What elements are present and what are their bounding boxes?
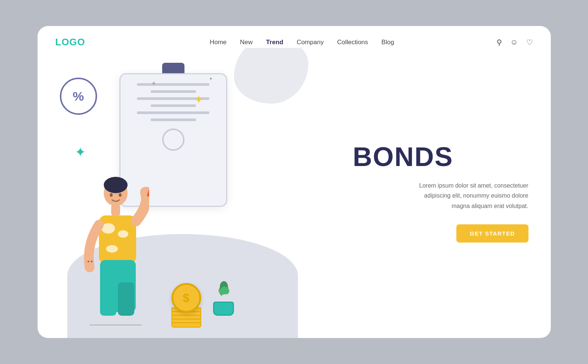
nav-trend[interactable]: Trend	[266, 39, 283, 46]
hero-title: BONDS	[353, 143, 528, 170]
sparkle-small-1-icon: ✦	[151, 79, 157, 88]
person-illustration: ✦✦	[67, 171, 149, 331]
search-icon[interactable]: ⚲	[497, 38, 502, 47]
svg-rect-10	[100, 282, 116, 316]
nav-collections[interactable]: Collections	[337, 39, 368, 46]
hero-content: BONDS Lorem ipsum dolor sit amet, consec…	[346, 48, 551, 338]
sparkle-teal-icon: ✦	[75, 144, 86, 160]
user-icon[interactable]: ☺	[510, 38, 518, 46]
doc-line-1	[137, 83, 209, 86]
main-card: LOGO Home New Trend Company Collections …	[38, 26, 551, 338]
svg-rect-11	[118, 282, 134, 316]
hero-description: Lorem ipsum dolor sit amet, consectetuer…	[417, 181, 528, 211]
coin-stack: $	[171, 283, 201, 328]
dollar-coin: $	[171, 283, 201, 313]
svg-text:✦✦: ✦✦	[87, 259, 93, 264]
coin-slice-5	[171, 322, 201, 328]
svg-rect-6	[111, 204, 120, 216]
header-actions: ⚲ ☺ ♡	[497, 38, 533, 47]
monitor-stand	[162, 63, 184, 73]
illustration-area: % ✦ ✦ ✦ ✦	[38, 48, 346, 338]
plant-decoration	[212, 281, 235, 316]
sparkle-gold-icon: ✦	[194, 92, 204, 107]
navigation: Home New Trend Company Collections Blog	[107, 39, 497, 46]
nav-new[interactable]: New	[240, 39, 253, 46]
get-started-button[interactable]: GET STARTED	[456, 224, 528, 243]
doc-line-2	[151, 90, 196, 93]
svg-rect-2	[99, 215, 136, 264]
doc-line-4	[151, 104, 196, 107]
heart-icon[interactable]: ♡	[526, 38, 533, 47]
doc-line-6	[151, 118, 196, 121]
svg-point-4	[118, 230, 128, 238]
doc-line-5	[137, 111, 209, 114]
nav-company[interactable]: Company	[297, 39, 324, 46]
percent-icon: %	[60, 78, 97, 115]
svg-point-12	[110, 193, 113, 197]
plant-leaves	[212, 281, 235, 302]
sparkle-small-2-icon: ✦	[209, 76, 213, 82]
nav-blog[interactable]: Blog	[382, 39, 394, 46]
doc-stamp	[162, 129, 184, 151]
main-content: % ✦ ✦ ✦ ✦	[38, 48, 551, 338]
svg-point-13	[119, 193, 122, 197]
logo[interactable]: LOGO	[55, 36, 107, 48]
svg-point-5	[106, 245, 118, 253]
decorative-blob-top	[234, 48, 308, 104]
svg-point-1	[104, 177, 128, 193]
plant-pot	[213, 302, 234, 316]
header: LOGO Home New Trend Company Collections …	[38, 26, 551, 48]
nav-home[interactable]: Home	[210, 39, 226, 46]
